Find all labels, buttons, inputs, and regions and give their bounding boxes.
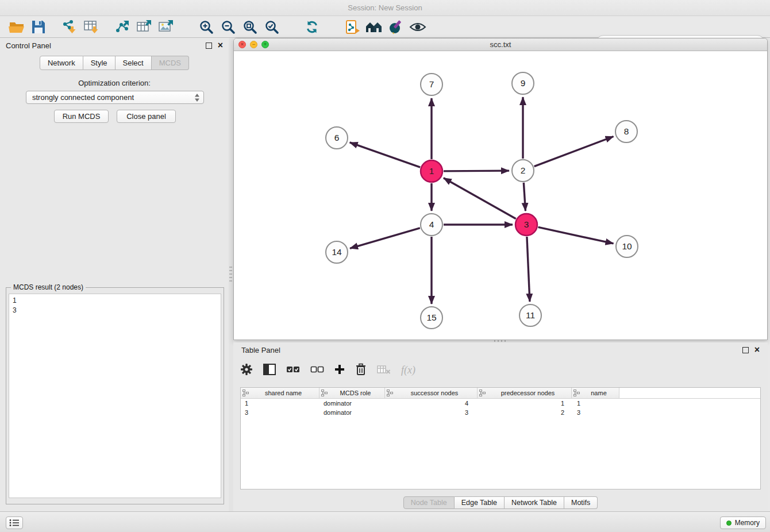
table-panel-header[interactable]: Table Panel × (233, 342, 768, 357)
float-table-panel-icon[interactable] (742, 347, 749, 353)
optimization-criterion-label: Optimization criterion: (0, 79, 229, 87)
graph-edge-1-6[interactable] (350, 142, 421, 167)
zoom-fit-button[interactable] (239, 17, 261, 37)
column-header-predecessor-nodes[interactable]: predecessor nodes (478, 388, 572, 398)
first-neighbors-button[interactable] (363, 17, 385, 37)
table-row[interactable]: 1dominator411 (241, 399, 760, 408)
graph-edge-3-10[interactable] (538, 227, 614, 243)
zoom-selected-button[interactable] (261, 17, 283, 37)
refresh-layout-button[interactable] (301, 17, 323, 37)
graph-node-2[interactable]: 2 (512, 160, 534, 182)
save-session-button[interactable] (28, 17, 49, 37)
column-header-mcds-role[interactable]: MCDS role (319, 388, 385, 398)
graph-node-7[interactable]: 7 (421, 74, 442, 95)
show-hide-graphics-button[interactable] (407, 17, 429, 37)
network-canvas[interactable]: 7968124314101511 (234, 51, 767, 340)
table-cell[interactable]: 1 (478, 399, 572, 408)
graph-edge-2-3[interactable] (523, 183, 525, 211)
memory-status-icon (726, 521, 732, 526)
table-cell[interactable]: dominator (319, 408, 385, 417)
delete-column-button[interactable] (355, 363, 367, 377)
table-row[interactable]: 3dominator323 (241, 408, 760, 417)
graph-edge-3-1[interactable] (444, 178, 516, 219)
table-cell[interactable]: 3 (241, 408, 319, 417)
export-table-button[interactable] (133, 17, 155, 37)
column-label: successor nodes (394, 390, 475, 396)
select-all-rows-button[interactable] (286, 365, 300, 375)
graph-node-14[interactable]: 14 (326, 241, 348, 263)
annotation-mode-button[interactable] (385, 17, 407, 37)
criterion-dropdown[interactable]: strongly connected component (26, 91, 204, 104)
graph-edge-1-2[interactable] (444, 171, 509, 171)
table-cell[interactable]: 4 (385, 399, 478, 408)
tab-network-table[interactable]: Network Table (505, 496, 564, 509)
graph-node-15[interactable]: 15 (421, 307, 442, 329)
close-table-panel-icon[interactable]: × (754, 345, 760, 354)
window-minimize-button[interactable]: – (250, 41, 257, 48)
graph-node-8[interactable]: 8 (615, 121, 637, 142)
mcds-result-title: MCDS result (2 nodes) (11, 283, 86, 291)
app-titlebar[interactable]: Session: New Session (0, 0, 770, 16)
export-image-button[interactable] (155, 17, 177, 37)
graph-edge-2-8[interactable] (534, 136, 614, 166)
zoom-selected-icon (264, 20, 279, 34)
open-file-button[interactable] (6, 17, 28, 37)
window-close-button[interactable]: × (238, 41, 246, 48)
zoom-in-button[interactable] (195, 17, 217, 37)
graph-node-10[interactable]: 10 (616, 236, 638, 257)
create-column-button[interactable] (334, 364, 345, 376)
graph-node-1[interactable]: 1 (421, 160, 442, 182)
network-window-titlebar[interactable]: scc.txt × – + (234, 38, 767, 51)
tab-select[interactable]: Select (116, 56, 152, 70)
table-cell[interactable]: 3 (572, 408, 619, 417)
close-panel-icon[interactable]: × (218, 41, 223, 50)
svg-text:3: 3 (524, 219, 529, 229)
tab-style[interactable]: Style (83, 56, 116, 70)
tab-mcds[interactable]: MCDS (152, 56, 189, 70)
graph-node-11[interactable]: 11 (519, 304, 541, 326)
window-zoom-button[interactable]: + (261, 41, 269, 48)
zoom-glyph-icon: + (264, 42, 267, 47)
close-panel-button[interactable]: Close panel (117, 110, 176, 123)
deselect-all-rows-button[interactable] (310, 365, 324, 375)
tab-motifs[interactable]: Motifs (564, 496, 598, 509)
task-history-button[interactable] (6, 516, 23, 529)
column-header-shared-name[interactable]: shared name (241, 388, 319, 398)
svg-text:1: 1 (429, 166, 434, 176)
float-panel-icon[interactable] (206, 43, 212, 49)
run-mcds-button[interactable]: Run MCDS (54, 110, 109, 123)
new-network-from-selection-button[interactable] (341, 17, 363, 37)
table-cell[interactable]: dominator (319, 399, 385, 408)
graph-edge-4-14[interactable] (350, 228, 420, 248)
zoom-out-button[interactable] (217, 17, 239, 37)
table-cell[interactable]: 2 (478, 408, 572, 417)
vertical-splitter[interactable] (229, 38, 233, 511)
status-bar: Memory (0, 511, 770, 532)
show-columns-button[interactable] (263, 364, 276, 377)
graph-node-4[interactable]: 4 (421, 214, 442, 236)
import-table-button[interactable] (80, 17, 102, 37)
memory-label: Memory (735, 519, 760, 527)
column-settings-button[interactable] (240, 363, 253, 377)
graph-edge-3-11[interactable] (527, 237, 530, 302)
mcds-result-box[interactable]: 13 (9, 294, 221, 498)
import-network-button[interactable] (59, 17, 80, 37)
control-panel-header[interactable]: Control Panel × (0, 38, 229, 53)
tab-node-table[interactable]: Node Table (403, 496, 455, 509)
tab-edge-table[interactable]: Edge Table (455, 496, 505, 509)
function-builder-button[interactable]: f(x) (401, 364, 415, 376)
column-header-name[interactable]: name (572, 388, 619, 398)
table-cell[interactable]: 1 (572, 399, 619, 408)
table-cell[interactable]: 3 (385, 408, 478, 417)
table-cell[interactable]: 1 (241, 399, 319, 408)
delete-table-button[interactable] (377, 365, 391, 376)
column-header-filler (619, 388, 760, 398)
export-network-button[interactable] (111, 17, 133, 37)
svg-text:2: 2 (521, 165, 526, 175)
graph-node-3[interactable]: 3 (515, 214, 537, 236)
graph-node-9[interactable]: 9 (512, 72, 534, 94)
memory-button[interactable]: Memory (720, 516, 766, 529)
graph-node-6[interactable]: 6 (326, 127, 348, 149)
tab-network[interactable]: Network (40, 56, 83, 70)
column-header-successor-nodes[interactable]: successor nodes (385, 388, 478, 398)
